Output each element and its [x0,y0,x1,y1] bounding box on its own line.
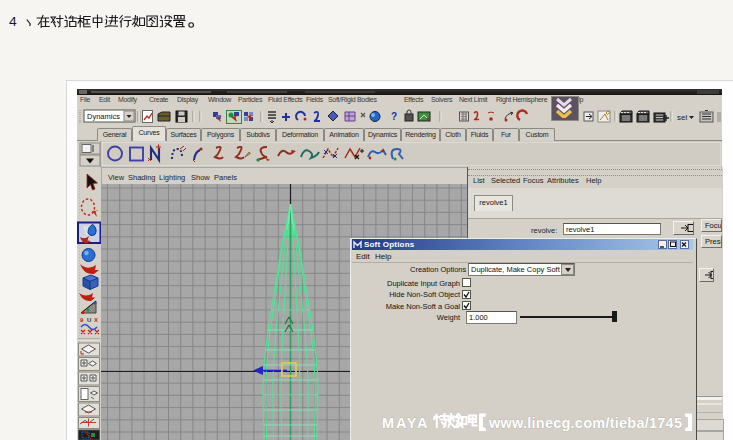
svg-text:?: ? [391,111,397,122]
svg-text:sel: sel [677,113,687,122]
svg-text:U: U [87,317,91,323]
svg-text:Dynamics: Dynamics [87,112,120,121]
svg-text:9: 9 [80,317,84,323]
svg-text:X: X [94,317,98,323]
svg-text:MAYA: MAYA [382,415,429,431]
svg-text:www.linecg.com/tieba/1745: www.linecg.com/tieba/1745 [488,415,682,431]
svg-text:4: 4 [9,15,17,30]
